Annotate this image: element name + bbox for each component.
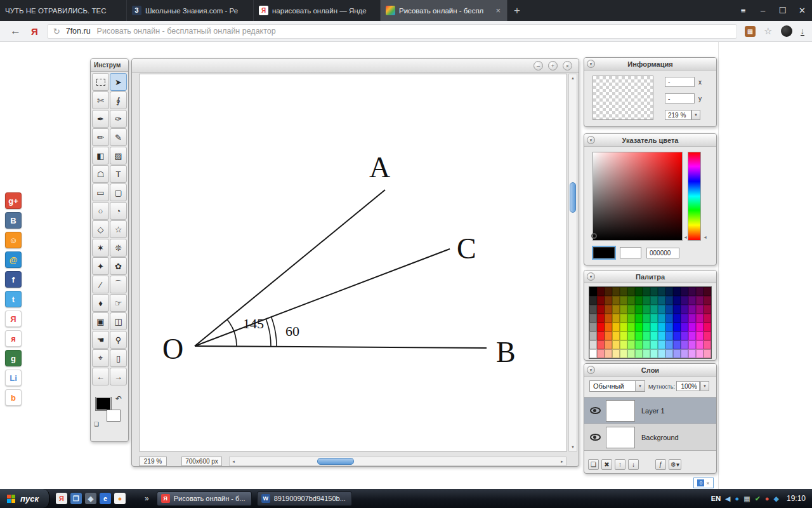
palette-color[interactable] bbox=[681, 296, 688, 305]
share-ya-ru-button[interactable]: я bbox=[5, 330, 22, 347]
palette-color[interactable] bbox=[605, 287, 612, 296]
palette-color[interactable] bbox=[658, 287, 665, 296]
palette-color[interactable] bbox=[681, 331, 688, 340]
palette-color[interactable] bbox=[643, 296, 650, 305]
palette-color[interactable] bbox=[658, 349, 665, 358]
palette-color[interactable] bbox=[665, 296, 673, 305]
share-google-plus-button[interactable]: g+ bbox=[5, 192, 22, 209]
move-layer-up-button[interactable]: ↑ bbox=[615, 459, 625, 470]
palette-color[interactable] bbox=[635, 296, 643, 305]
palette-color[interactable] bbox=[688, 296, 696, 305]
palette-color[interactable] bbox=[589, 331, 597, 340]
palette-color[interactable] bbox=[635, 340, 643, 349]
palette-color[interactable] bbox=[643, 305, 650, 314]
palette-color[interactable] bbox=[627, 340, 635, 349]
saturation-value-square[interactable] bbox=[593, 152, 683, 241]
horizontal-scrollbar[interactable]: ◄ ► bbox=[229, 457, 566, 466]
collapse-icon[interactable]: ▼ bbox=[587, 60, 595, 68]
quicklaunch-explorer[interactable]: ◈ bbox=[85, 493, 96, 504]
back-button[interactable]: ← bbox=[10, 25, 21, 37]
palette-color[interactable] bbox=[605, 296, 612, 305]
vertical-scroll-thumb[interactable] bbox=[570, 182, 576, 213]
palette-color[interactable] bbox=[673, 314, 681, 323]
line-tool[interactable]: ∕ bbox=[92, 276, 109, 293]
palette-color[interactable] bbox=[665, 340, 673, 349]
palette-color[interactable] bbox=[627, 314, 635, 323]
palette-color[interactable] bbox=[688, 340, 696, 349]
new-tab-button[interactable]: + bbox=[508, 0, 527, 21]
palette-color[interactable] bbox=[673, 349, 681, 358]
palette-color[interactable] bbox=[612, 296, 620, 305]
palette-color[interactable] bbox=[696, 323, 704, 331]
zoom-tool[interactable]: ⚲ bbox=[110, 331, 127, 349]
hex-color-field[interactable]: 000000 bbox=[646, 248, 679, 258]
window-close-button[interactable]: ✕ bbox=[792, 0, 812, 21]
palette-color[interactable] bbox=[620, 349, 627, 358]
palette-color[interactable] bbox=[681, 349, 688, 358]
palette-color[interactable] bbox=[643, 314, 650, 323]
tray-display-icon[interactable]: ▦ bbox=[743, 495, 750, 502]
palette-color[interactable] bbox=[650, 340, 658, 349]
ellipse-tool[interactable]: ○ bbox=[92, 202, 109, 220]
layer-settings-button[interactable]: ⚙▾ bbox=[669, 459, 681, 470]
palette-color[interactable] bbox=[688, 287, 696, 296]
collapse-icon[interactable]: ▼ bbox=[587, 272, 595, 281]
rectangle-tool[interactable]: ▭ bbox=[92, 184, 109, 201]
delete-layer-button[interactable]: ✖ bbox=[601, 459, 612, 470]
palette-color[interactable] bbox=[704, 314, 711, 323]
tray-antivirus-icon[interactable]: ✔ bbox=[755, 495, 761, 502]
background-color-swatch[interactable] bbox=[107, 410, 121, 422]
palette-color[interactable] bbox=[620, 305, 627, 314]
palette-color[interactable] bbox=[665, 323, 673, 331]
palette-color[interactable] bbox=[635, 349, 643, 358]
zoom-field[interactable]: 219 % bbox=[665, 110, 691, 120]
tab-3[interactable]: Янарисовать онлайн — Янде bbox=[254, 0, 381, 21]
secondary-color-swatch[interactable] bbox=[620, 247, 641, 258]
quicklaunch-yandex-browser[interactable]: Я bbox=[56, 493, 67, 504]
canvas-close-button[interactable]: × bbox=[563, 61, 572, 70]
scroll-left-icon[interactable]: ◄ bbox=[230, 458, 237, 465]
layer-effects-button[interactable]: ƒ bbox=[655, 459, 666, 470]
palette-color[interactable] bbox=[620, 296, 627, 305]
palette-color[interactable] bbox=[658, 323, 665, 331]
pencil-tool[interactable]: ✎ bbox=[110, 128, 127, 146]
palette-color[interactable] bbox=[612, 340, 620, 349]
palette-color[interactable] bbox=[696, 305, 704, 314]
palette-color[interactable] bbox=[612, 349, 620, 358]
palette-color[interactable] bbox=[635, 314, 643, 323]
trash-tool[interactable]: ▯ bbox=[110, 349, 127, 367]
palette-color[interactable] bbox=[643, 323, 650, 331]
palette-color[interactable] bbox=[681, 314, 688, 323]
knife-tool[interactable]: ✄ bbox=[92, 91, 109, 109]
rounded-rectangle-tool[interactable]: ▢ bbox=[110, 184, 127, 201]
layer-row-background[interactable]: Background bbox=[584, 424, 716, 451]
palette-color[interactable] bbox=[696, 349, 704, 358]
collapse-icon[interactable]: ▼ bbox=[587, 136, 595, 144]
palette-color[interactable] bbox=[620, 287, 627, 296]
fill-tool[interactable]: ▨ bbox=[110, 147, 127, 164]
canvas-maximize-button[interactable]: + bbox=[548, 61, 558, 70]
pen-tool[interactable]: ✒ bbox=[92, 110, 109, 128]
palette-color[interactable] bbox=[658, 340, 665, 349]
tab-4[interactable]: Рисовать онлайн - беспл× bbox=[381, 0, 508, 21]
hue-bar[interactable] bbox=[688, 152, 701, 241]
layer-visibility-eye-icon[interactable] bbox=[584, 434, 606, 441]
palette-color[interactable] bbox=[597, 323, 605, 331]
crop-tool[interactable]: ▣ bbox=[92, 312, 109, 330]
opacity-field[interactable]: 100% bbox=[676, 381, 700, 391]
palette-color[interactable] bbox=[643, 331, 650, 340]
share-facebook-button[interactable]: f bbox=[5, 271, 22, 288]
palette-color[interactable] bbox=[696, 296, 704, 305]
opacity-caret-icon[interactable]: ▼ bbox=[700, 381, 709, 391]
quicklaunch-internet-explorer[interactable]: e bbox=[100, 493, 111, 504]
tray-messenger-icon[interactable]: ● bbox=[735, 495, 740, 502]
palette-color[interactable] bbox=[696, 287, 704, 296]
ad-badge[interactable]: 0 × bbox=[693, 478, 714, 488]
reset-colors-icon[interactable]: ↶ bbox=[115, 394, 122, 403]
tools-panel-title[interactable]: Инструм bbox=[91, 59, 128, 72]
palette-color[interactable] bbox=[696, 340, 704, 349]
language-indicator[interactable]: EN bbox=[711, 495, 721, 502]
palette-color[interactable] bbox=[688, 323, 696, 331]
palette-color[interactable] bbox=[605, 314, 612, 323]
palette-color[interactable] bbox=[620, 323, 627, 331]
